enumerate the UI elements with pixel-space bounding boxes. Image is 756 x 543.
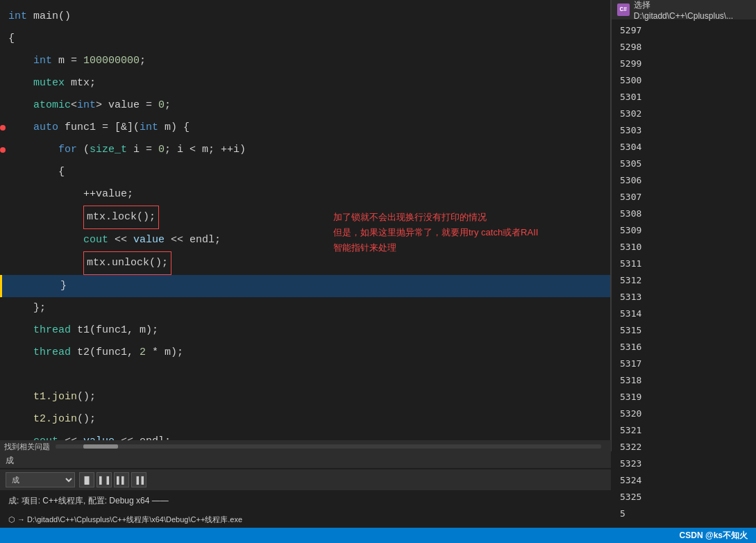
num-5301: 5301 xyxy=(612,89,756,106)
code-line-15: thread t1(func1, m); xyxy=(0,319,611,342)
num-5314: 5314 xyxy=(612,306,756,322)
toolbar-btn-1[interactable]: ▐▌ xyxy=(79,472,94,487)
code-text: m = xyxy=(52,50,83,72)
num-5316: 5316 xyxy=(612,339,756,356)
code-text: < xyxy=(71,94,77,117)
indent xyxy=(8,319,33,342)
num-5-partial: 5 xyxy=(612,506,756,522)
brand-label: CSDN @ks不知火 xyxy=(680,530,748,542)
code-text: i = xyxy=(127,139,158,161)
code-line-16: thread t2(func1, 2 * m); xyxy=(0,342,611,364)
num-5315: 5315 xyxy=(612,322,756,339)
indent xyxy=(8,297,33,319)
code-text: { xyxy=(58,161,65,183)
code-line-14: }; xyxy=(0,297,611,319)
num-5319: 5319 xyxy=(612,389,756,406)
code-line-13: } xyxy=(0,275,611,297)
code-line-18: t2.join(); xyxy=(0,408,611,431)
code-line-17-empty xyxy=(0,364,611,386)
console-header: C# 选择 D:\gitadd\C++\Cplusplus\... xyxy=(612,0,756,19)
path-bar: ⬡ → D:\gitadd\C++\Cplusplus\C++线程库\x64\D… xyxy=(0,511,611,528)
num-5300: 5300 xyxy=(612,72,756,89)
indent xyxy=(8,206,83,228)
scrollbar-track[interactable] xyxy=(56,444,601,449)
indent xyxy=(8,183,83,206)
code-text: (); xyxy=(77,408,96,431)
code-text: t2(func1, xyxy=(71,342,140,364)
var-value: value xyxy=(133,229,165,251)
num-5302: 5302 xyxy=(612,106,756,122)
num-5325: 5325 xyxy=(612,489,756,506)
num-2: 2 xyxy=(140,342,146,364)
console-icon: C# xyxy=(617,3,630,16)
code-text: ; xyxy=(140,50,146,72)
keyword-int: int xyxy=(8,6,27,28)
keyword-int2: int xyxy=(33,50,52,72)
keyword-int3: int xyxy=(77,94,96,117)
code-line-2: { xyxy=(0,28,611,50)
num-5321: 5321 xyxy=(612,422,756,439)
scrollbar-thumb[interactable] xyxy=(83,444,118,449)
mtx-unlock: mtx.unlock(); xyxy=(83,251,171,275)
indent xyxy=(10,275,60,297)
indent xyxy=(8,117,33,139)
keyword-atomic: atomic xyxy=(33,94,71,117)
find-bar: 找到相关问题 xyxy=(0,440,611,453)
code-text: * m); xyxy=(146,342,183,364)
toolbar-btn-2[interactable]: ▌▐ xyxy=(96,472,112,487)
build-output: 成: 项目: C++线程库, 配置: Debug x64 —— xyxy=(0,490,611,511)
code-text: ; i < m; ++i) xyxy=(165,139,246,161)
indent xyxy=(8,161,58,183)
code-line-6: auto func1 = [&](int m) { xyxy=(0,117,611,139)
code-text: ; xyxy=(165,94,171,117)
toolbar-btn-4[interactable]: ▐▐ xyxy=(131,472,146,487)
code-text: t1(func1, m); xyxy=(71,319,158,342)
code-text: << endl; xyxy=(165,229,221,251)
code-text: { xyxy=(8,28,15,50)
num-5323: 5323 xyxy=(612,456,756,472)
bp-marker xyxy=(0,125,6,131)
indent xyxy=(8,229,83,251)
code-text: main() xyxy=(27,6,71,28)
code-content: int main() { int m = 100000000; mutex mt… xyxy=(0,0,611,451)
keyword-int4: int xyxy=(140,117,158,139)
code-text: (); xyxy=(77,386,96,408)
indent xyxy=(8,342,33,364)
final-status-left xyxy=(8,531,10,540)
toolbar-btn-3[interactable]: ▌▌ xyxy=(114,472,129,487)
num-5307: 5307 xyxy=(612,189,756,206)
indent xyxy=(8,72,33,94)
func-t1join: t1.join xyxy=(33,386,77,408)
bp-marker2 xyxy=(0,147,6,153)
code-text: ++value; xyxy=(83,183,133,206)
code-text: } xyxy=(60,275,67,297)
code-line-7: for (size_t i = 0; i < m; ++i) xyxy=(0,139,611,161)
code-line-11: cout << value << endl; xyxy=(0,229,611,251)
final-status-bar: CSDN @ks不知火 xyxy=(0,528,756,543)
code-line-8: { xyxy=(0,161,611,183)
code-text: mtx; xyxy=(65,72,96,94)
num-5298: 5298 xyxy=(612,39,756,56)
num-0: 0 xyxy=(158,139,165,161)
console-title: 选择 D:\gitadd\C++\Cplusplus\... xyxy=(634,0,750,21)
keyword-mutex: mutex xyxy=(33,72,65,94)
code-line-5: atomic<int> value = 0; xyxy=(0,94,611,117)
output-select[interactable]: 成 xyxy=(6,472,75,487)
num-5308: 5308 xyxy=(612,206,756,222)
num-5320: 5320 xyxy=(612,406,756,422)
num-zero: 0 xyxy=(158,94,165,117)
code-line-1: int main() xyxy=(0,6,611,28)
code-text: func1 = [&]( xyxy=(58,117,140,139)
indent xyxy=(8,50,33,72)
code-line-4: mutex mtx; xyxy=(0,72,611,94)
code-line-9: ++value; xyxy=(0,183,611,206)
keyword-for: for xyxy=(58,139,77,161)
keyword-cout: cout xyxy=(83,229,108,251)
console-numbers: 5297 5298 5299 5300 5301 5302 5303 5304 … xyxy=(612,19,756,525)
status-row: 成 xyxy=(0,453,611,468)
num-5304: 5304 xyxy=(612,139,756,156)
status-label: 成 xyxy=(6,455,14,467)
num-5313: 5313 xyxy=(612,289,756,306)
indent xyxy=(8,139,58,161)
num-val: 100000000 xyxy=(83,50,140,72)
